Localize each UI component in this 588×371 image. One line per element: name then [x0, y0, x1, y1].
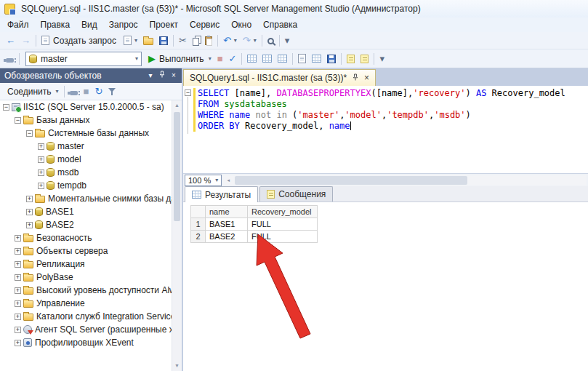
tree-item[interactable]: +Репликация: [0, 258, 172, 271]
expand-icon[interactable]: +: [15, 327, 21, 333]
menu-item[interactable]: Справка: [257, 18, 303, 31]
change-connection-button[interactable]: [3, 52, 17, 66]
code-line[interactable]: FROM sysdatabases: [198, 99, 588, 110]
close-tab-icon[interactable]: ×: [364, 73, 369, 82]
results-to-file-button[interactable]: [324, 52, 339, 66]
navigate-forward-button[interactable]: →: [18, 33, 33, 48]
tree-item[interactable]: +PolyBase: [0, 271, 172, 284]
tree-item[interactable]: +Безопасность: [0, 231, 172, 244]
menu-item[interactable]: Запрос: [103, 18, 144, 31]
cut-button[interactable]: ✂: [176, 33, 190, 48]
tree-item[interactable]: +Моментальные снимки базы данных: [0, 192, 172, 205]
object-explorer-scrollbar[interactable]: ▲ ▼: [172, 100, 182, 371]
expand-icon[interactable]: +: [38, 143, 44, 150]
uncomment-button[interactable]: [358, 52, 371, 66]
tree-item[interactable]: −Базы данных: [0, 113, 172, 127]
tree-item[interactable]: +Высокий уровень доступности AlwaysOn: [0, 284, 172, 297]
tree-item[interactable]: +Управление: [0, 297, 172, 310]
find-button[interactable]: [265, 33, 277, 48]
expand-icon[interactable]: +: [15, 300, 21, 307]
tree-item[interactable]: +BASE1: [0, 205, 172, 218]
tree-item[interactable]: +Профилировщик XEvent: [0, 336, 172, 349]
tree-item[interactable]: +tempdb: [0, 179, 172, 192]
tab-results[interactable]: Результаты: [185, 186, 258, 202]
scroll-down-icon[interactable]: ▼: [172, 361, 182, 371]
expand-icon[interactable]: +: [26, 209, 33, 215]
grid-corner-cell[interactable]: [191, 206, 206, 218]
collapse-icon[interactable]: −: [26, 130, 33, 137]
expand-icon[interactable]: +: [15, 287, 21, 294]
code-line[interactable]: WHERE name not in ('master','model','tem…: [198, 110, 588, 121]
undo-button[interactable]: ↶▾: [220, 33, 240, 48]
expand-icon[interactable]: +: [15, 340, 21, 346]
copy-button[interactable]: [190, 33, 202, 48]
collapse-region-icon[interactable]: −: [185, 89, 191, 96]
tree-item[interactable]: +Каталоги служб Integration Services: [0, 310, 172, 323]
expand-icon[interactable]: +: [38, 156, 44, 163]
results-to-text-button[interactable]: [295, 52, 309, 66]
pin-icon[interactable]: [156, 71, 168, 81]
database-combobox[interactable]: master▾: [25, 52, 142, 66]
tree-item[interactable]: +msdb: [0, 166, 172, 179]
scrollbar-thumb[interactable]: [235, 176, 467, 185]
actual-plan-button[interactable]: [259, 52, 275, 66]
tree-item[interactable]: −Системные базы данных: [0, 127, 172, 140]
menu-item[interactable]: Вид: [76, 18, 103, 31]
execute-button[interactable]: ▶Выполнить▾: [145, 52, 214, 66]
expand-icon[interactable]: +: [26, 222, 33, 228]
expand-icon[interactable]: +: [15, 261, 21, 268]
expand-icon[interactable]: +: [15, 248, 21, 255]
refresh-button[interactable]: ↻: [92, 84, 105, 99]
column-header[interactable]: Recovery_model: [248, 206, 318, 218]
stop-button[interactable]: ■: [81, 84, 92, 99]
collapse-icon[interactable]: −: [3, 104, 9, 111]
zoom-control[interactable]: 100 % ▾: [185, 175, 222, 186]
new-query-button[interactable]: Создать запрос: [39, 33, 121, 48]
estimated-plan-button[interactable]: [244, 52, 259, 66]
expand-icon[interactable]: +: [38, 183, 44, 189]
scroll-left-icon[interactable]: ◂: [223, 175, 233, 186]
new-document-button[interactable]: ▾: [121, 33, 140, 48]
filter-button[interactable]: [105, 84, 118, 99]
window-menu-chevron-icon[interactable]: ▾: [145, 71, 156, 81]
toolbar-overflow-button[interactable]: ▾: [376, 52, 387, 66]
tree-item[interactable]: +model: [0, 153, 172, 166]
toolbar-overflow-button[interactable]: ▾: [282, 33, 293, 48]
expand-icon[interactable]: +: [26, 196, 33, 202]
tab-messages[interactable]: Сообщения: [259, 186, 333, 202]
results-to-grid-button[interactable]: [309, 52, 324, 66]
horizontal-scrollbar[interactable]: ◂: [223, 175, 587, 186]
menu-item[interactable]: Окно: [225, 18, 257, 31]
cancel-query-button[interactable]: ■: [214, 52, 226, 66]
tree-item[interactable]: +Объекты сервера: [0, 244, 172, 258]
scroll-up-icon[interactable]: ▲: [172, 100, 182, 111]
tree-item[interactable]: +Агент SQL Server (расширенные хранимые …: [0, 323, 172, 336]
parse-query-button[interactable]: ✓: [226, 52, 240, 66]
expand-icon[interactable]: +: [15, 235, 21, 242]
menu-item[interactable]: Проект: [144, 18, 185, 31]
query-tab[interactable]: SQLQuery1.sql - IIS1C.master (sa (53))* …: [183, 69, 376, 86]
connect-button[interactable]: Соединить▾: [3, 84, 62, 99]
close-icon[interactable]: ×: [168, 71, 180, 81]
expand-icon[interactable]: +: [15, 314, 21, 320]
menu-item[interactable]: Сервис: [184, 18, 225, 31]
tree-item[interactable]: −IIS1C (SQL Server 15.0.2000.5 - sa): [0, 100, 172, 113]
sql-editor[interactable]: − SELECT [name], DATABASEPROPERTYEX([nam…: [183, 86, 588, 173]
tree-item[interactable]: +BASE2: [0, 218, 172, 231]
code-line[interactable]: SELECT [name], DATABASEPROPERTYEX([name]…: [198, 88, 588, 99]
comment-button[interactable]: [344, 52, 358, 66]
tree-item[interactable]: +master: [0, 140, 172, 153]
navigate-backward-button[interactable]: ←: [3, 33, 18, 48]
row-number-cell[interactable]: 1: [191, 218, 206, 231]
menu-item[interactable]: Файл: [1, 18, 35, 31]
expand-icon[interactable]: +: [38, 169, 44, 176]
redo-button[interactable]: ↷▾: [240, 33, 259, 48]
expand-icon[interactable]: +: [15, 274, 21, 281]
pin-tab-icon[interactable]: [352, 73, 359, 83]
column-header[interactable]: name: [206, 206, 248, 218]
disconnect-button[interactable]: [67, 84, 81, 99]
live-statistics-button[interactable]: [275, 52, 290, 66]
menu-item[interactable]: Правка: [35, 18, 76, 31]
paste-button[interactable]: [202, 33, 215, 48]
collapse-icon[interactable]: −: [15, 117, 21, 124]
